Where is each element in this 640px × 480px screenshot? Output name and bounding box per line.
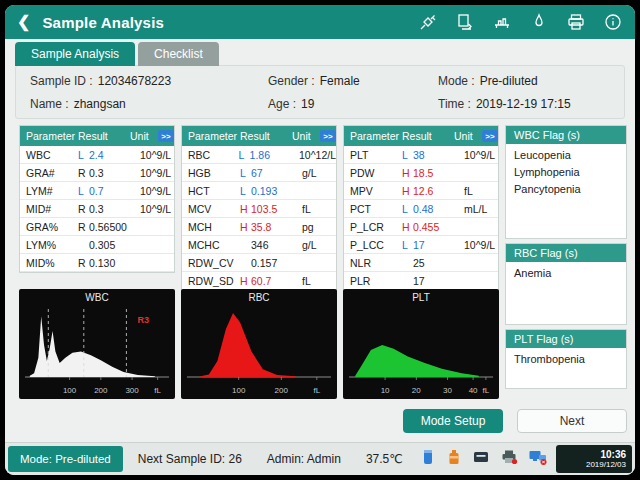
param-result: L1.86 (239, 149, 299, 161)
table-row: GRA#R0.310^9/L (20, 164, 174, 182)
param-name: MCHC (188, 239, 240, 251)
result-value: 0.305 (89, 239, 115, 251)
param-result: R0.56500 (78, 221, 140, 233)
expand-badge[interactable]: >> (158, 130, 174, 142)
name-field: Name :zhangsan (30, 97, 268, 111)
axis-tick-label: fL (154, 386, 161, 395)
clock[interactable]: 10:36 2019/12/03 (556, 445, 632, 473)
syringe-icon[interactable] (418, 12, 438, 32)
param-name: GRA# (26, 167, 78, 179)
param-result: H12.6 (402, 185, 464, 197)
param-name: HGB (188, 167, 240, 179)
tube-status-icon[interactable] (420, 448, 436, 470)
param-name: MPV (350, 185, 402, 197)
param-unit: g/L (302, 167, 336, 179)
param-result: 25 (402, 257, 464, 269)
name-value: zhangsan (74, 97, 126, 111)
table-row: LYM#L0.710^9/L (20, 182, 174, 200)
flag-list: LeucopeniaLymphopeniaPancytopenia (506, 144, 626, 238)
axis-tick-label: fL (313, 386, 320, 395)
record-export-icon[interactable] (455, 12, 475, 32)
info-icon[interactable] (603, 12, 623, 32)
param-unit: g/L (302, 239, 336, 251)
result-flag: H (240, 275, 251, 287)
page-title: Sample Analysis (42, 14, 164, 31)
result-value: 25 (413, 257, 425, 269)
result-value: 35.8 (251, 221, 271, 233)
param-result: L38 (402, 149, 464, 161)
sample-id-value: 12034678223 (98, 74, 171, 88)
result-value: 0.3 (89, 167, 104, 179)
mode-setup-button[interactable]: Mode Setup (403, 409, 503, 433)
flag-item: Anemia (514, 267, 618, 279)
reagent-status-icon[interactable] (446, 448, 462, 470)
printer-icon[interactable] (566, 12, 586, 32)
result-flag: H (402, 167, 413, 179)
axis-tick-label: 200 (275, 386, 288, 395)
result-value: 0.455 (413, 221, 439, 233)
result-flag: L (240, 185, 251, 197)
sample-id-label: Sample ID : (30, 74, 93, 88)
param-unit: 10^9/L (140, 185, 174, 197)
network-status-icon[interactable] (528, 448, 548, 470)
param-result: L0.48 (402, 203, 464, 215)
axis-tick-label: 10 (381, 386, 390, 395)
column-header-unit: Unit (130, 130, 156, 142)
histogram-plot (19, 289, 175, 399)
table-row: PCTL0.48mL/L (344, 200, 498, 218)
table-row: PLTL3810^9/L (344, 146, 498, 164)
param-result: H0.455 (402, 221, 464, 233)
screen: ❮ Sample Analysis Sample Analysis (5, 5, 635, 475)
param-unit: pg (302, 221, 336, 233)
cassette-status-icon[interactable] (472, 448, 490, 470)
rbc-parameter-table: ParameterResultUnit>>RBCL1.8610^12/LHGBL… (181, 125, 337, 291)
mode-label: Mode : (438, 74, 475, 88)
table-row: PLR17 (344, 272, 498, 290)
wbc-parameter-table: ParameterResultUnit>>WBCL2.410^9/LGRA#R0… (19, 125, 175, 273)
flag-list: Thrombopenia (506, 348, 626, 388)
param-name: RBC (188, 149, 239, 161)
next-button[interactable]: Next (517, 409, 627, 433)
result-value: 38 (413, 149, 425, 161)
name-label: Name : (30, 97, 69, 111)
status-icons (420, 448, 548, 470)
column-header-parameter: Parameter (350, 130, 402, 142)
param-result: R0.3 (78, 167, 140, 179)
dropper-icon[interactable] (529, 12, 549, 32)
back-button[interactable]: ❮ (17, 5, 30, 39)
param-name: PDW (350, 167, 402, 179)
param-name: P_LCR (350, 221, 402, 233)
flags-panel: WBC Flag (s)LeucopeniaLymphopeniaPancyto… (505, 125, 627, 393)
age-field: Age :19 (268, 97, 438, 111)
result-flag: R (78, 257, 89, 269)
result-value: 0.130 (89, 257, 115, 269)
result-value: 17 (413, 275, 425, 287)
result-value: 0.56500 (89, 221, 127, 233)
param-result: R0.3 (78, 203, 140, 215)
time-value: 2019-12-19 17:15 (476, 97, 571, 111)
param-result: H103.5 (240, 203, 302, 215)
expand-badge[interactable]: >> (482, 130, 498, 142)
column-header-unit: Unit (292, 130, 318, 142)
tab-checklist[interactable]: Checklist (138, 42, 219, 66)
column-header-parameter: Parameter (26, 130, 78, 142)
param-name: HCT (188, 185, 240, 197)
result-value: 346 (251, 239, 269, 251)
age-label: Age : (268, 97, 296, 111)
clock-time: 10:36 (600, 449, 626, 460)
column-header-result: Result (240, 130, 292, 142)
param-result: L2.4 (78, 149, 140, 161)
axis-tick-label: 100 (232, 386, 245, 395)
printer-status-icon[interactable] (500, 448, 518, 470)
param-name: P_LCC (350, 239, 402, 251)
chart-annotation: R3 (138, 315, 150, 325)
tab-sample-analysis[interactable]: Sample Analysis (15, 42, 135, 66)
expand-badge[interactable]: >> (320, 130, 336, 142)
result-flag: H (402, 185, 413, 197)
param-unit: mL/L (464, 203, 498, 215)
axis-tick-label: 40 (469, 386, 478, 395)
param-name: LYM# (26, 185, 78, 197)
rack-icon[interactable] (492, 12, 512, 32)
axis-tick-label: 30 (443, 386, 452, 395)
param-result: 346 (240, 239, 302, 251)
